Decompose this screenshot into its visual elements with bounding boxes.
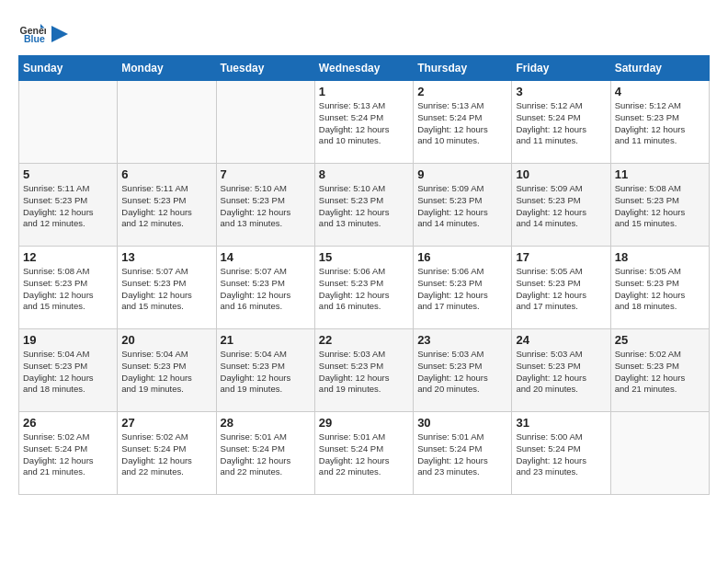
calendar-cell: 12Sunrise: 5:08 AM Sunset: 5:23 PM Dayli… (19, 247, 118, 329)
cell-info: Sunrise: 5:11 AM Sunset: 5:23 PM Dayligh… (121, 183, 211, 230)
calendar-cell (118, 81, 216, 164)
calendar-cell: 7Sunrise: 5:10 AM Sunset: 5:23 PM Daylig… (216, 164, 314, 247)
calendar-cell: 19Sunrise: 5:04 AM Sunset: 5:23 PM Dayli… (19, 329, 118, 412)
cell-info: Sunrise: 5:03 AM Sunset: 5:23 PM Dayligh… (319, 349, 409, 396)
cell-info: Sunrise: 5:13 AM Sunset: 5:24 PM Dayligh… (417, 100, 507, 147)
calendar-cell: 6Sunrise: 5:11 AM Sunset: 5:23 PM Daylig… (118, 164, 216, 247)
calendar-cell: 2Sunrise: 5:13 AM Sunset: 5:24 PM Daylig… (414, 81, 512, 164)
week-row-1: 1Sunrise: 5:13 AM Sunset: 5:24 PM Daylig… (19, 81, 710, 164)
calendar-cell: 9Sunrise: 5:09 AM Sunset: 5:23 PM Daylig… (414, 164, 512, 247)
day-number: 9 (417, 167, 507, 181)
calendar-cell: 31Sunrise: 5:00 AM Sunset: 5:24 PM Dayli… (512, 412, 610, 495)
day-number: 3 (516, 85, 606, 98)
day-number: 14 (221, 250, 311, 264)
day-number: 27 (121, 416, 211, 430)
day-number: 29 (319, 416, 409, 430)
day-number: 16 (417, 250, 507, 264)
header-monday: Monday (118, 56, 216, 81)
cell-info: Sunrise: 5:11 AM Sunset: 5:23 PM Dayligh… (23, 183, 113, 230)
day-number: 2 (417, 85, 507, 98)
day-number: 24 (516, 333, 606, 347)
header-wednesday: Wednesday (314, 56, 413, 81)
day-number: 10 (516, 167, 606, 181)
day-number: 19 (23, 333, 113, 347)
day-number: 17 (516, 250, 606, 264)
calendar-cell: 11Sunrise: 5:08 AM Sunset: 5:23 PM Dayli… (610, 164, 709, 247)
calendar-cell: 21Sunrise: 5:04 AM Sunset: 5:23 PM Dayli… (216, 329, 314, 412)
cell-info: Sunrise: 5:04 AM Sunset: 5:23 PM Dayligh… (23, 349, 113, 396)
svg-text:Blue: Blue (24, 33, 45, 44)
day-number: 1 (319, 85, 409, 98)
header-friday: Friday (512, 56, 610, 81)
header-tuesday: Tuesday (216, 56, 314, 81)
calendar-cell: 24Sunrise: 5:03 AM Sunset: 5:23 PM Dayli… (512, 329, 610, 412)
day-number: 21 (221, 333, 311, 347)
calendar-cell: 20Sunrise: 5:04 AM Sunset: 5:23 PM Dayli… (118, 329, 216, 412)
cell-info: Sunrise: 5:12 AM Sunset: 5:23 PM Dayligh… (615, 100, 705, 147)
calendar-cell: 8Sunrise: 5:10 AM Sunset: 5:23 PM Daylig… (314, 164, 413, 247)
week-row-2: 5Sunrise: 5:11 AM Sunset: 5:23 PM Daylig… (19, 164, 710, 247)
cell-info: Sunrise: 5:05 AM Sunset: 5:23 PM Dayligh… (516, 266, 606, 313)
day-number: 12 (23, 250, 113, 264)
logo-triangle-icon (51, 26, 68, 42)
cell-info: Sunrise: 5:12 AM Sunset: 5:24 PM Dayligh… (516, 100, 606, 147)
cell-info: Sunrise: 5:02 AM Sunset: 5:23 PM Dayligh… (615, 349, 705, 396)
cell-info: Sunrise: 5:05 AM Sunset: 5:23 PM Dayligh… (615, 266, 705, 313)
calendar-cell: 23Sunrise: 5:03 AM Sunset: 5:23 PM Dayli… (414, 329, 512, 412)
cell-info: Sunrise: 5:02 AM Sunset: 5:24 PM Dayligh… (121, 431, 211, 478)
calendar-cell: 5Sunrise: 5:11 AM Sunset: 5:23 PM Daylig… (19, 164, 118, 247)
cell-info: Sunrise: 5:08 AM Sunset: 5:23 PM Dayligh… (615, 183, 705, 230)
calendar-body: 1Sunrise: 5:13 AM Sunset: 5:24 PM Daylig… (19, 81, 710, 495)
cell-info: Sunrise: 5:04 AM Sunset: 5:23 PM Dayligh… (121, 349, 211, 396)
day-number: 22 (319, 333, 409, 347)
header-thursday: Thursday (414, 56, 512, 81)
cell-info: Sunrise: 5:06 AM Sunset: 5:23 PM Dayligh… (417, 266, 507, 313)
calendar-cell: 10Sunrise: 5:09 AM Sunset: 5:23 PM Dayli… (512, 164, 610, 247)
day-number: 8 (319, 167, 409, 181)
cell-info: Sunrise: 5:04 AM Sunset: 5:23 PM Dayligh… (221, 349, 311, 396)
calendar-cell: 1Sunrise: 5:13 AM Sunset: 5:24 PM Daylig… (314, 81, 413, 164)
calendar-cell: 15Sunrise: 5:06 AM Sunset: 5:23 PM Dayli… (314, 247, 413, 329)
day-number: 31 (516, 416, 606, 430)
calendar-cell: 4Sunrise: 5:12 AM Sunset: 5:23 PM Daylig… (610, 81, 709, 164)
cell-info: Sunrise: 5:07 AM Sunset: 5:23 PM Dayligh… (121, 266, 211, 313)
day-number: 20 (121, 333, 211, 347)
cell-info: Sunrise: 5:07 AM Sunset: 5:23 PM Dayligh… (221, 266, 311, 313)
day-number: 30 (417, 416, 507, 430)
day-number: 15 (319, 250, 409, 264)
cell-info: Sunrise: 5:01 AM Sunset: 5:24 PM Dayligh… (221, 431, 311, 478)
calendar-cell: 26Sunrise: 5:02 AM Sunset: 5:24 PM Dayli… (19, 412, 118, 495)
cell-info: Sunrise: 5:01 AM Sunset: 5:24 PM Dayligh… (417, 431, 507, 478)
calendar-cell: 29Sunrise: 5:01 AM Sunset: 5:24 PM Dayli… (314, 412, 413, 495)
calendar-cell: 28Sunrise: 5:01 AM Sunset: 5:24 PM Dayli… (216, 412, 314, 495)
cell-info: Sunrise: 5:02 AM Sunset: 5:24 PM Dayligh… (23, 431, 113, 478)
calendar-cell: 22Sunrise: 5:03 AM Sunset: 5:23 PM Dayli… (314, 329, 413, 412)
calendar-cell: 3Sunrise: 5:12 AM Sunset: 5:24 PM Daylig… (512, 81, 610, 164)
calendar-header-row: SundayMondayTuesdayWednesdayThursdayFrid… (19, 56, 710, 81)
calendar-cell: 16Sunrise: 5:06 AM Sunset: 5:23 PM Dayli… (414, 247, 512, 329)
logo-icon: General Blue (18, 18, 46, 46)
cell-info: Sunrise: 5:06 AM Sunset: 5:23 PM Dayligh… (319, 266, 409, 313)
day-number: 28 (221, 416, 311, 430)
calendar-cell: 13Sunrise: 5:07 AM Sunset: 5:23 PM Dayli… (118, 247, 216, 329)
day-number: 5 (23, 167, 113, 181)
calendar-cell: 25Sunrise: 5:02 AM Sunset: 5:23 PM Dayli… (610, 329, 709, 412)
cell-info: Sunrise: 5:03 AM Sunset: 5:23 PM Dayligh… (516, 349, 606, 396)
calendar-table: SundayMondayTuesdayWednesdayThursdayFrid… (18, 55, 710, 495)
day-number: 6 (121, 167, 211, 181)
week-row-5: 26Sunrise: 5:02 AM Sunset: 5:24 PM Dayli… (19, 412, 710, 495)
header-saturday: Saturday (610, 56, 709, 81)
page-header: General Blue (18, 18, 710, 46)
svg-marker-2 (51, 26, 68, 42)
calendar-cell: 17Sunrise: 5:05 AM Sunset: 5:23 PM Dayli… (512, 247, 610, 329)
calendar-cell: 27Sunrise: 5:02 AM Sunset: 5:24 PM Dayli… (118, 412, 216, 495)
calendar-cell: 18Sunrise: 5:05 AM Sunset: 5:23 PM Dayli… (610, 247, 709, 329)
logo: General Blue (18, 18, 68, 46)
calendar-cell (610, 412, 709, 495)
day-number: 13 (121, 250, 211, 264)
calendar-cell (216, 81, 314, 164)
cell-info: Sunrise: 5:03 AM Sunset: 5:23 PM Dayligh… (417, 349, 507, 396)
cell-info: Sunrise: 5:08 AM Sunset: 5:23 PM Dayligh… (23, 266, 113, 313)
cell-info: Sunrise: 5:10 AM Sunset: 5:23 PM Dayligh… (221, 183, 311, 230)
cell-info: Sunrise: 5:00 AM Sunset: 5:24 PM Dayligh… (516, 431, 606, 478)
